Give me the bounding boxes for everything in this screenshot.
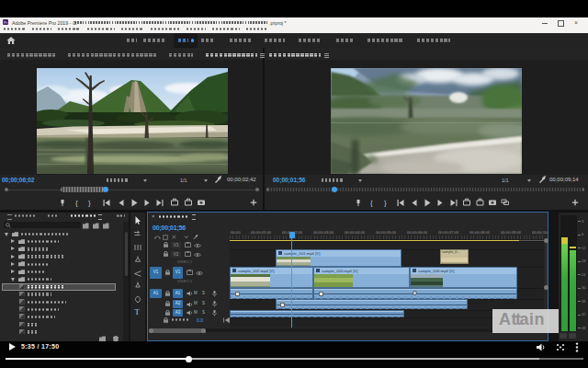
svg-text:}: } [88,199,91,207]
svg-text:{: { [75,199,78,207]
svg-text:}: } [384,199,387,207]
svg-text:T: T [135,307,141,316]
svg-text:{: { [370,199,373,207]
